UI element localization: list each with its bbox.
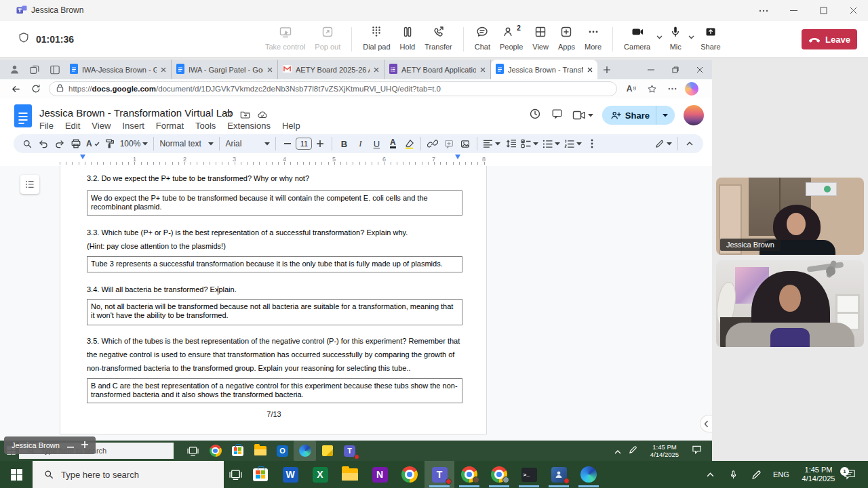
- collapse-toolbar-icon[interactable]: [682, 136, 698, 152]
- question-3-3-hint[interactable]: (Hint: pay close attention to the plasmi…: [87, 239, 464, 253]
- cloud-saved-icon[interactable]: [257, 109, 268, 121]
- print-icon[interactable]: [68, 136, 84, 152]
- workspaces-icon[interactable]: [24, 60, 45, 79]
- taskbar-teams-icon[interactable]: T: [425, 461, 454, 488]
- task-view-icon[interactable]: [182, 441, 204, 461]
- editing-mode-select[interactable]: [652, 136, 674, 152]
- version-history-icon[interactable]: [528, 107, 542, 123]
- paragraph-style-select[interactable]: Normal text: [157, 136, 216, 152]
- hidden-icons-button[interactable]: [707, 461, 714, 488]
- browser-tab[interactable]: AETY Board Application 20: [384, 60, 491, 79]
- maximize-window-icon[interactable]: [808, 0, 838, 21]
- browser-tab[interactable]: AETY Board 2025-26 Appli: [278, 60, 384, 79]
- teams-icon[interactable]: T: [338, 441, 361, 461]
- taskbar-file-explorer-icon[interactable]: [335, 461, 365, 488]
- star-document-icon[interactable]: [224, 109, 233, 121]
- video-tile-participant[interactable]: [716, 260, 864, 347]
- browser-tab-active[interactable]: Jessica Brown - Transforma: [491, 60, 597, 79]
- highlight-color-button[interactable]: [401, 136, 417, 152]
- leave-button[interactable]: Leave: [802, 29, 857, 49]
- pop-out-button[interactable]: Pop out: [310, 25, 345, 51]
- answer-3-4[interactable]: No, not all bacteria will be transformed…: [87, 299, 462, 325]
- shared-clock[interactable]: 1:45 PM4/14/2025: [645, 443, 684, 458]
- right-indent-marker[interactable]: [455, 155, 460, 159]
- question-3-2[interactable]: 3.2. Do we expect the P+ tube to be tran…: [87, 171, 464, 185]
- more-button[interactable]: More: [580, 25, 606, 51]
- paint-format-icon[interactable]: [102, 136, 118, 152]
- left-indent-marker[interactable]: [80, 155, 85, 159]
- join-call-button[interactable]: [572, 110, 593, 121]
- numbered-list-select[interactable]: [562, 136, 584, 152]
- close-window-icon[interactable]: [838, 0, 868, 21]
- start-button[interactable]: [0, 461, 33, 488]
- taskbar-word-icon[interactable]: W: [275, 461, 305, 488]
- microsoft-store-icon[interactable]: [226, 441, 249, 461]
- people-button[interactable]: 2 People: [495, 25, 528, 51]
- hold-button[interactable]: Hold: [395, 25, 420, 51]
- answer-3-2[interactable]: We do expect the P+ tube to be transform…: [87, 190, 462, 216]
- browser-minimize-icon[interactable]: [639, 60, 663, 79]
- file-explorer-icon[interactable]: [249, 441, 271, 461]
- decrease-font-icon[interactable]: [279, 136, 296, 152]
- browser-tab[interactable]: IWA - Gargi Patel - Google: [172, 60, 278, 79]
- search-menus-icon[interactable]: [19, 136, 35, 152]
- browser-restore-icon[interactable]: [663, 60, 688, 79]
- browser-more-icon[interactable]: [662, 80, 682, 98]
- read-aloud-icon[interactable]: A: [621, 80, 642, 98]
- align-select[interactable]: [481, 136, 502, 152]
- zoom-select[interactable]: 100%: [118, 136, 151, 152]
- italic-button[interactable]: I: [352, 136, 368, 152]
- video-tile-jessica[interactable]: Jessica Brown: [716, 178, 864, 255]
- underline-button[interactable]: U: [368, 136, 384, 152]
- taskbar-store-icon[interactable]: [245, 461, 275, 488]
- question-3-3[interactable]: 3.3. Which tube (P+ or P-) is the best r…: [87, 226, 464, 239]
- more-formatting-icon[interactable]: [584, 136, 600, 152]
- taskbar-device-app-icon[interactable]: [544, 461, 574, 488]
- increase-font-icon[interactable]: [312, 136, 328, 152]
- notification-center-button[interactable]: 1: [844, 461, 856, 488]
- close-tab-icon[interactable]: [267, 66, 273, 74]
- menu-file[interactable]: File: [39, 121, 54, 131]
- shared-pen-icon[interactable]: [629, 445, 637, 457]
- menu-help[interactable]: Help: [282, 121, 300, 131]
- close-tab-icon[interactable]: [480, 66, 486, 74]
- browser-close-icon[interactable]: [688, 60, 712, 79]
- share-button[interactable]: Share: [602, 106, 675, 125]
- taskbar-chrome-profile3-icon[interactable]: [484, 461, 514, 488]
- spellcheck-icon[interactable]: A: [84, 136, 102, 152]
- overlay-minus-icon[interactable]: [67, 441, 74, 449]
- language-indicator[interactable]: ENG: [773, 461, 789, 488]
- bulleted-list-select[interactable]: [540, 136, 562, 152]
- apps-button[interactable]: Apps: [553, 25, 580, 51]
- transfer-button[interactable]: Transfer: [420, 25, 457, 51]
- tab-actions-icon[interactable]: [45, 60, 65, 79]
- view-button[interactable]: View: [528, 25, 553, 51]
- copilot-icon[interactable]: [685, 82, 698, 96]
- question-3-5[interactable]: 3.5. Which of the tubes is the best repr…: [87, 334, 464, 375]
- minimize-window-icon[interactable]: [778, 0, 808, 21]
- taskbar-terminal-icon[interactable]: >_: [514, 461, 544, 488]
- tray-mic-icon[interactable]: [728, 461, 738, 488]
- menu-tools[interactable]: Tools: [195, 121, 216, 131]
- taskbar-clock[interactable]: 1:45 PM4/14/2025: [797, 461, 840, 488]
- more-window-options-icon[interactable]: [749, 0, 778, 21]
- outlook-icon[interactable]: O: [271, 441, 294, 461]
- menu-view[interactable]: View: [92, 121, 111, 131]
- redo-icon[interactable]: [52, 136, 68, 152]
- mic-options-chevron-icon[interactable]: [687, 30, 696, 42]
- tray-pen-icon[interactable]: [751, 461, 762, 488]
- camera-button[interactable]: Camera: [619, 25, 655, 51]
- browser-tab[interactable]: IWA-Jessica Brown - Goog: [65, 60, 172, 79]
- new-tab-icon[interactable]: [597, 60, 616, 79]
- shared-action-center-icon[interactable]: [692, 445, 702, 457]
- chrome-icon[interactable]: [204, 441, 226, 461]
- taskbar-edge-icon[interactable]: [574, 461, 604, 488]
- mic-button[interactable]: Mic: [664, 25, 687, 51]
- question-3-4[interactable]: 3.4. Will all bacteria be transformed? E…: [87, 283, 464, 296]
- document-page[interactable]: 3.2. Do we expect the P+ tube to be tran…: [60, 166, 487, 434]
- menu-edit[interactable]: Edit: [65, 121, 80, 131]
- share-options-chevron-icon[interactable]: [656, 106, 673, 125]
- checklist-select[interactable]: [519, 136, 540, 152]
- back-icon[interactable]: [5, 80, 26, 98]
- text-color-button[interactable]: A: [384, 136, 401, 152]
